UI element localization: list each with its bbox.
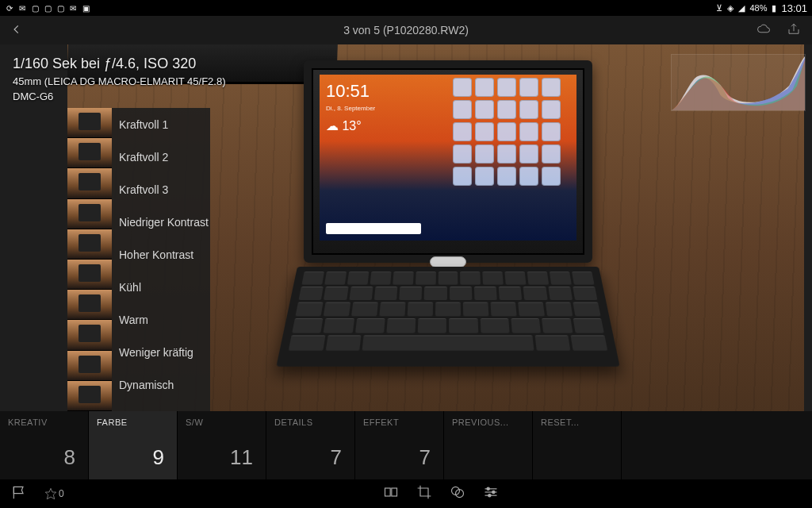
value-farbe[interactable]: 9 — [89, 435, 178, 479]
preset-label: Warm — [119, 314, 148, 326]
svg-rect-2 — [385, 488, 391, 496]
preset-label: Dynamisch — [119, 379, 174, 391]
preset-label: Hoher Kontrast — [119, 248, 193, 261]
value-effekt[interactable]: 7 — [355, 435, 444, 479]
exif-camera: DMC-G6 — [13, 90, 226, 102]
wifi-icon: ◈ — [727, 3, 733, 13]
preset-thumb[interactable] — [67, 168, 112, 198]
share-icon[interactable] — [787, 22, 801, 39]
histogram[interactable] — [671, 54, 806, 111]
preset-thumb[interactable] — [67, 108, 112, 138]
battery-icon: ▮ — [772, 3, 776, 13]
image-counter-title: 3 von 5 (P1020280.RW2) — [343, 24, 469, 37]
cloud-sync-icon[interactable] — [756, 22, 771, 39]
preset-label: Kühl — [119, 281, 141, 294]
mail-icon: ✉ — [17, 3, 27, 13]
adjustment-panel-tabs: KREATIV FARBE S/W DETAILS EFFEKT PREVIOU… — [0, 411, 812, 435]
value-kreativ[interactable]: 8 — [0, 435, 89, 479]
value-reset[interactable] — [533, 435, 622, 479]
compare-icon[interactable] — [383, 484, 399, 503]
preset-thumb[interactable] — [67, 199, 112, 229]
preset-label: Kraftvoll 3 — [119, 183, 168, 196]
value-details[interactable]: 7 — [266, 435, 355, 479]
preset-thumb[interactable] — [67, 138, 112, 168]
sync-icon: ⟳ — [5, 3, 14, 13]
app-top-bar: 3 von 5 (P1020280.RW2) — [0, 16, 812, 44]
bottom-toolbar: 0 — [0, 479, 812, 508]
signal-icon: ◢ — [738, 3, 745, 13]
svg-marker-1 — [45, 488, 56, 498]
preset-thumb[interactable] — [67, 320, 112, 350]
rating-value: 0 — [59, 488, 64, 499]
tab-reset[interactable]: RESET... — [533, 411, 622, 435]
tab-kreativ[interactable]: KREATIV — [0, 411, 89, 435]
cal-icon: ▢ — [56, 3, 65, 13]
exif-lens: 45mm (LEICA DG MACRO-ELMARIT 45/F2.8) — [13, 75, 226, 87]
presets-icon[interactable] — [450, 484, 465, 503]
preset-thumb[interactable] — [67, 229, 112, 260]
status-left-icons: ⟳ ✉ ▢ ▢ ▢ ✉ ▣ — [5, 3, 90, 13]
preset-label: Weniger kräftig — [119, 346, 193, 359]
svg-rect-3 — [392, 488, 397, 496]
cal-icon: ▢ — [30, 3, 40, 13]
exif-overlay: 1/160 Sek bei ƒ/4.6, ISO 320 45mm (LEICA… — [13, 56, 226, 102]
tab-details[interactable]: DETAILS — [266, 411, 355, 435]
crop-icon[interactable] — [416, 484, 432, 503]
svg-point-9 — [487, 487, 489, 490]
bluetooth-icon: ⊻ — [716, 3, 722, 13]
svg-point-11 — [488, 495, 491, 497]
tab-sw[interactable]: S/W — [178, 411, 266, 435]
battery-percent: 48% — [749, 3, 767, 13]
message-icon: ✉ — [68, 3, 78, 13]
adjust-icon[interactable] — [483, 484, 499, 503]
value-previous[interactable] — [444, 435, 533, 479]
preset-label: Kraftvoll 1 — [119, 118, 168, 131]
adjustment-values-row: 8 9 11 7 7 — [0, 435, 812, 479]
preset-thumb[interactable] — [67, 381, 112, 411]
clock: 13:01 — [781, 2, 807, 14]
tab-effekt[interactable]: EFFEKT — [355, 411, 444, 435]
cal-icon: ▢ — [43, 3, 52, 13]
preset-thumbnail-strip — [67, 108, 112, 411]
svg-point-10 — [492, 491, 495, 493]
android-status-bar: ⟳ ✉ ▢ ▢ ▢ ✉ ▣ ⊻ ◈ ◢ 48% ▮ 13:01 — [0, 0, 812, 16]
main-canvas-area: 10:51 Di., 8. September ☁ 13° — [0, 44, 812, 411]
image-icon: ▣ — [81, 3, 90, 13]
back-button[interactable] — [11, 24, 22, 37]
exif-exposure: 1/160 Sek bei ƒ/4.6, ISO 320 — [13, 56, 226, 72]
flag-icon[interactable] — [11, 484, 27, 503]
star-rating[interactable]: 0 — [44, 487, 64, 500]
preset-label: Niedriger Kontrast — [119, 216, 209, 229]
preset-thumb[interactable] — [67, 290, 112, 320]
preset-label: Kraftvoll 2 — [119, 151, 168, 164]
tab-previous[interactable]: PREVIOUS... — [444, 411, 533, 435]
preset-thumb[interactable] — [67, 260, 112, 290]
value-sw[interactable]: 11 — [178, 435, 266, 479]
tab-farbe[interactable]: FARBE — [89, 411, 178, 435]
preset-thumb[interactable] — [67, 351, 112, 381]
